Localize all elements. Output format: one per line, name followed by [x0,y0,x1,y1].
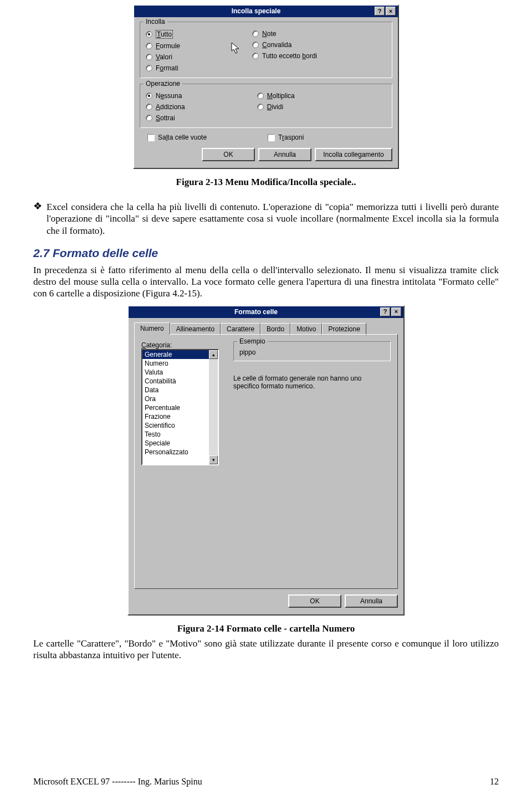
checkbox-icon [268,134,275,141]
titlebar: Formato celle ? × [129,306,403,318]
list-item[interactable]: Frazione [142,412,218,421]
list-item[interactable]: Percentuale [142,403,218,412]
check-salta-celle-vuote[interactable]: Salta celle vuote [147,134,207,141]
format-cells-dialog: Formato celle ? × Numero Allineamento Ca… [127,305,405,616]
radio-valori[interactable]: Valori [146,53,180,61]
radio-dot-icon [146,43,152,49]
esempio-group: Esempio pippo [233,341,391,361]
radio-dot-icon [146,65,152,71]
figure-caption-2: Figura 2-14 Formato celle - cartella Num… [33,623,499,634]
esempio-legend: Esempio [237,337,268,345]
bullet-text: Excel considera che la cella ha più live… [47,201,499,237]
paste-special-dialog: Incolla speciale ? × Incolla Tutto [133,4,399,169]
tab-motivo[interactable]: Motivo [290,323,322,335]
ok-button[interactable]: OK [288,594,341,608]
radio-formule[interactable]: Formule [146,42,180,50]
radio-moltiplica[interactable]: Moltiplica [257,92,295,100]
categoria-label: Categoria: [141,341,224,349]
scrollbar[interactable]: ▴ ▾ [209,350,218,464]
radio-tutto[interactable]: Tutto [146,30,180,39]
tab-allineamento[interactable]: Allineamento [170,323,221,335]
tab-panel: Categoria: Generale Numero Valuta Contab… [134,334,398,589]
figure-caption-1: Figura 2-13 Menu Modifica/Incolla specia… [33,177,499,188]
bullet-icon: ❖ [33,201,42,237]
scroll-up-icon[interactable]: ▴ [209,350,218,359]
footer-page-number: 12 [490,777,499,787]
help-button[interactable]: ? [380,307,390,316]
group-incolla-legend: Incolla [144,18,167,25]
check-trasponi[interactable]: Trasponi [268,134,304,141]
radio-dot-icon [146,54,152,60]
format-description: Le celle di formato generale non hanno u… [233,375,377,390]
page-footer: Microsoft EXCEL 97 -------- Ing. Marius … [33,777,499,787]
radio-dot-icon [257,93,264,99]
radio-note[interactable]: Note [252,30,317,38]
bullet-paragraph: ❖ Excel considera che la cella ha più li… [33,201,499,237]
cancel-button[interactable]: Annulla [258,148,311,161]
list-item[interactable]: Scientifico [142,421,218,430]
radio-dot-icon [146,93,152,99]
tab-carattere[interactable]: Carattere [221,323,260,335]
dialog-title: Incolla speciale [137,7,375,15]
categoria-listbox[interactable]: Generale Numero Valuta Contabilità Data … [141,349,219,465]
tab-bordo[interactable]: Bordo [260,323,290,335]
radio-formati[interactable]: Formati [146,64,180,72]
list-item[interactable]: Ora [142,394,218,403]
radio-convalida[interactable]: Convalida [252,41,317,49]
radio-nessuna[interactable]: Nessuna [146,92,185,100]
list-item[interactable]: Generale [142,350,218,359]
tab-numero[interactable]: Numero [134,322,170,335]
scroll-down-icon[interactable]: ▾ [209,455,218,464]
dialog-title: Formato celle [132,308,380,316]
group-operazione: Operazione Nessuna Addiziona [140,84,392,128]
radio-dot-icon [252,42,259,48]
esempio-value: pippo [239,348,385,356]
radio-dot-icon [146,31,152,38]
list-item[interactable]: Testo [142,430,218,439]
list-item[interactable]: Contabilità [142,377,218,386]
radio-tutto-bordi[interactable]: Tutto eccetto bordi [252,52,317,60]
list-item[interactable]: Personalizzato [142,448,218,457]
group-incolla: Incolla Tutto Formule Valori [140,22,392,78]
radio-dot-icon [252,30,259,37]
titlebar: Incolla speciale ? × [134,6,398,17]
paste-link-button[interactable]: Incolla collegamento [315,148,392,161]
radio-dot-icon [146,104,152,110]
list-item[interactable]: Valuta [142,368,218,377]
cancel-button[interactable]: Annulla [345,594,398,608]
ok-button[interactable]: OK [202,148,255,161]
section-heading: 2.7 Formato delle celle [33,247,499,260]
radio-dot-icon [146,115,152,121]
list-item[interactable]: Data [142,386,218,394]
checkbox-icon [147,134,155,141]
footer-left: Microsoft EXCEL 97 -------- Ing. Marius … [33,777,202,787]
close-button[interactable]: × [391,307,401,316]
paragraph-1: In precedenza si è fatto riferimento al … [33,264,499,300]
close-button[interactable]: × [386,7,396,16]
radio-dot-icon [252,53,259,59]
help-button[interactable]: ? [375,7,385,16]
group-operazione-legend: Operazione [144,80,182,88]
paragraph-2: Le cartelle "Carattere", "Bordo" e "Moti… [33,638,499,661]
radio-dot-icon [257,104,264,110]
tabstrip: Numero Allineamento Carattere Bordo Moti… [134,322,398,335]
radio-label: utto [161,30,172,38]
list-item[interactable]: Speciale [142,439,218,448]
radio-addiziona[interactable]: Addiziona [146,103,185,111]
tab-protezione[interactable]: Protezione [322,323,366,335]
list-item[interactable]: Numero [142,359,218,368]
radio-sottrai[interactable]: Sottrai [146,114,185,122]
radio-dividi[interactable]: Dividi [257,103,295,111]
